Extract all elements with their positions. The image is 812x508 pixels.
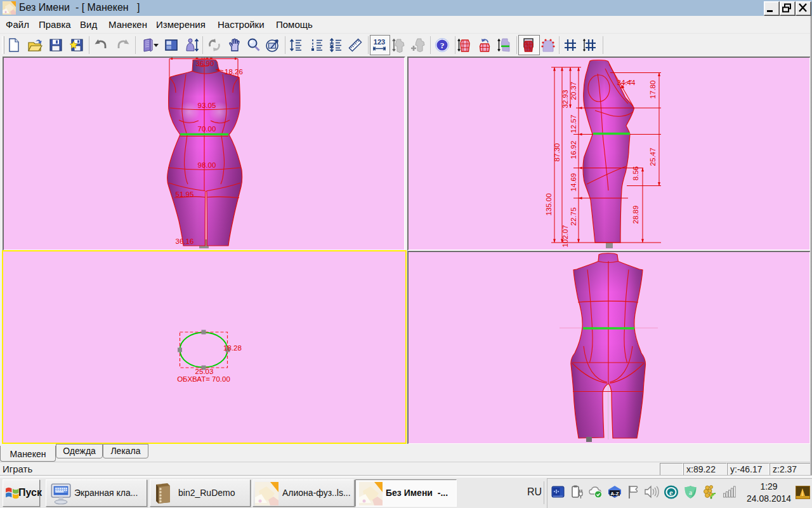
svg-text:93.05: 93.05 [198,102,216,109]
svg-text:18.26: 18.26 [225,68,243,76]
svg-text:32.93: 32.93 [561,90,569,109]
svg-text:51.95: 51.95 [176,190,194,198]
svg-text:?: ? [440,41,445,50]
svg-text:8.56: 8.56 [632,166,639,180]
svg-text:20.37: 20.37 [570,82,577,100]
svg-text:25.03: 25.03 [195,368,214,375]
svg-text:a: a [689,488,692,496]
svg-text:36.90: 36.90 [196,60,214,67]
svg-text:A-Z: A-Z [610,491,619,497]
svg-text:98.00: 98.00 [198,161,216,169]
svg-text:18.28: 18.28 [223,344,242,352]
svg-text:34.44: 34.44 [617,79,636,86]
svg-text:135.00: 135.00 [545,193,553,215]
svg-text:102.07: 102.07 [561,225,569,247]
svg-text:17.80: 17.80 [649,81,657,99]
svg-text:e: e [669,488,673,497]
svg-text:14.69: 14.69 [570,173,577,192]
svg-text:25.47: 25.47 [649,148,657,166]
svg-text:22.75: 22.75 [570,208,577,226]
svg-text:16.92: 16.92 [570,141,577,159]
svg-text:123: 123 [374,38,385,46]
svg-text:12.57: 12.57 [570,115,577,133]
svg-text:ОБХВАТ= 70.00: ОБХВАТ= 70.00 [177,375,230,383]
svg-text:70.00: 70.00 [198,125,216,133]
svg-text:36.16: 36.16 [176,237,194,245]
svg-text:28.89: 28.89 [632,206,639,224]
svg-text:87.30: 87.30 [553,144,561,162]
